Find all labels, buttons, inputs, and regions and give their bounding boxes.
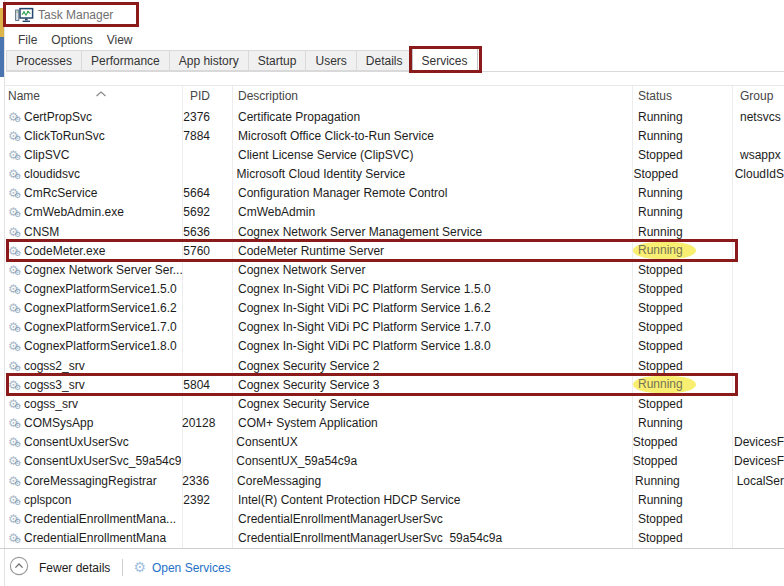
service-row[interactable]: ⚙⚙ CredentialEnrollmentMana... Credentia…	[5, 509, 784, 528]
menu-item-file[interactable]: File	[11, 31, 44, 49]
service-name: ClickToRunSvc	[24, 129, 105, 143]
service-status: Stopped	[638, 512, 683, 526]
menu-item-view[interactable]: View	[100, 31, 140, 49]
footer-divider	[122, 559, 123, 576]
service-gear-icon: ⚙⚙	[8, 475, 19, 487]
service-name: CredentialEnrollmentMana...	[24, 512, 176, 526]
service-row[interactable]: ⚙⚙ CredentialEnrollmentMana CredentialEn…	[5, 528, 784, 544]
service-name: cogss_srv	[24, 397, 78, 411]
service-gear-icon: ⚙⚙	[8, 264, 19, 276]
column-header-group[interactable]: Group	[732, 89, 773, 107]
service-row[interactable]: ⚙⚙ ConsentUxUserSvc_59a54c9a ConsentUX_5…	[5, 452, 784, 471]
service-status: Running	[635, 474, 680, 488]
service-row[interactable]: ⚙⚙ CognexPlatformService1.6.2 Cognex In-…	[5, 299, 784, 318]
service-gear-icon: ⚙⚙	[8, 168, 19, 180]
service-name: ConsentUxUserSvc_59a54c9a	[24, 454, 181, 468]
service-gear-icon: ⚙⚙	[8, 321, 19, 333]
service-gear-icon: ⚙⚙	[8, 455, 19, 467]
service-row[interactable]: ⚙⚙ ClickToRunSvc 7884 Microsoft Office C…	[5, 126, 784, 145]
service-row[interactable]: ⚙⚙ cogss2_srv Cognex Security Service 2 …	[5, 356, 784, 375]
service-row[interactable]: ⚙⚙ COMSysApp 20128 COM+ System Applicati…	[5, 414, 784, 433]
sort-ascending-icon	[95, 86, 107, 100]
service-description: Microsoft Cloud Identity Service	[231, 167, 628, 181]
table-header: Name PID Description Status Group	[5, 85, 784, 107]
service-gear-icon: ⚙⚙	[8, 226, 19, 238]
service-status: Running	[638, 225, 683, 239]
service-name: CmWebAdmin.exe	[24, 205, 124, 219]
service-gear-icon: ⚙⚙	[8, 532, 19, 544]
column-header-pid[interactable]: PID	[182, 89, 232, 107]
service-row[interactable]: ⚙⚙ CertPropSvc 2376 Certificate Propagat…	[5, 107, 784, 126]
service-gear-icon: ⚙⚙	[8, 360, 19, 372]
service-name: cogss3_srv	[24, 378, 85, 392]
column-header-description[interactable]: Description	[232, 89, 632, 107]
service-description: Configuration Manager Remote Control	[232, 186, 632, 200]
service-status: Stopped	[638, 301, 683, 315]
service-description: Cognex In-Sight ViDi PC Platform Service…	[232, 339, 632, 353]
fewer-details-button[interactable]: Fewer details	[5, 556, 110, 580]
menu-item-options[interactable]: Options	[44, 31, 99, 49]
service-description: Cognex Security Service 3	[232, 378, 632, 392]
menu-bar: FileOptionsView	[5, 30, 784, 50]
service-status: Running	[638, 186, 683, 200]
tab-app-history[interactable]: App history	[169, 50, 248, 71]
tab-bar: ProcessesPerformanceApp historyStartupUs…	[6, 50, 784, 72]
service-name: CognexPlatformService1.5.0	[24, 282, 177, 296]
service-name: CodeMeter.exe	[24, 244, 105, 258]
service-name: cplspcon	[24, 493, 71, 507]
tab-performance[interactable]: Performance	[81, 50, 169, 71]
service-status: Stopped	[638, 339, 683, 353]
window-title: Task Manager	[38, 8, 113, 22]
tab-startup[interactable]: Startup	[248, 50, 306, 71]
tab-processes[interactable]: Processes	[6, 50, 81, 71]
service-row[interactable]: ⚙⚙ CNSM 5636 Cognex Network Server Manag…	[5, 222, 784, 241]
service-status: Stopped	[633, 167, 678, 181]
service-status: Stopped	[638, 320, 683, 334]
service-pid: 5692	[182, 205, 232, 219]
service-status: Stopped	[633, 435, 678, 449]
service-pid: 2392	[182, 493, 232, 507]
service-status: Running	[633, 242, 696, 259]
service-list: ⚙⚙ CertPropSvc 2376 Certificate Propagat…	[5, 107, 784, 544]
service-description: CodeMeter Runtime Server	[232, 244, 632, 258]
service-row[interactable]: ⚙⚙ CognexPlatformService1.8.0 Cognex In-…	[5, 337, 784, 356]
service-group: LocalSer	[729, 474, 784, 488]
services-gear-icon: ⚙	[133, 560, 146, 574]
service-row[interactable]: ⚙⚙ CognexPlatformService1.5.0 Cognex In-…	[5, 279, 784, 298]
tab-services[interactable]: Services	[412, 48, 478, 72]
service-description: CoreMessaging	[231, 474, 629, 488]
service-status: Running	[638, 493, 683, 507]
service-pid: 5636	[182, 225, 232, 239]
column-header-status[interactable]: Status	[632, 89, 732, 107]
service-row[interactable]: ⚙⚙ cplspcon 2392 Intel(R) Content Protec…	[5, 490, 784, 509]
service-name: Cognex Network Server Ser...	[24, 263, 182, 277]
service-gear-icon: ⚙⚙	[8, 494, 19, 506]
service-row[interactable]: ⚙⚙ CodeMeter.exe 5760 CodeMeter Runtime …	[5, 241, 784, 260]
service-gear-icon: ⚙⚙	[8, 513, 19, 525]
open-services-label: Open Services	[152, 561, 231, 575]
service-group: netsvcs	[732, 110, 781, 124]
service-name: ClipSVC	[24, 148, 69, 162]
service-name: cloudidsvc	[24, 167, 80, 181]
column-header-name[interactable]: Name	[5, 89, 182, 107]
service-row[interactable]: ⚙⚙ ClipSVC Client License Service (ClipS…	[5, 145, 784, 164]
service-gear-icon: ⚙⚙	[8, 417, 19, 429]
tab-details[interactable]: Details	[356, 50, 412, 71]
service-description: CmWebAdmin	[232, 205, 632, 219]
service-row[interactable]: ⚙⚙ cogss3_srv 5804 Cognex Security Servi…	[5, 375, 784, 394]
service-row[interactable]: ⚙⚙ CognexPlatformService1.7.0 Cognex In-…	[5, 318, 784, 337]
service-name: cogss2_srv	[24, 359, 85, 373]
tab-users[interactable]: Users	[305, 50, 355, 71]
service-row[interactable]: ⚙⚙ cloudidsvc Microsoft Cloud Identity S…	[5, 164, 784, 183]
service-name: CognexPlatformService1.7.0	[24, 320, 177, 334]
service-group: wsappx	[732, 148, 781, 162]
service-row[interactable]: ⚙⚙ CmRcService 5664 Configuration Manage…	[5, 184, 784, 203]
service-row[interactable]: ⚙⚙ CoreMessagingRegistrar 2336 CoreMessa…	[5, 471, 784, 490]
service-description: Cognex In-Sight ViDi PC Platform Service…	[232, 301, 632, 315]
service-row[interactable]: ⚙⚙ ConsentUxUserSvc ConsentUX Stopped De…	[5, 433, 784, 452]
service-row[interactable]: ⚙⚙ CmWebAdmin.exe 5692 CmWebAdmin Runnin…	[5, 203, 784, 222]
open-services-link[interactable]: ⚙ Open Services	[133, 561, 230, 575]
task-manager-window: Task Manager FileOptionsView ProcessesPe…	[0, 0, 784, 586]
service-row[interactable]: ⚙⚙ Cognex Network Server Ser... Cognex N…	[5, 260, 784, 279]
service-row[interactable]: ⚙⚙ cogss_srv Cognex Security Service Sto…	[5, 394, 784, 413]
